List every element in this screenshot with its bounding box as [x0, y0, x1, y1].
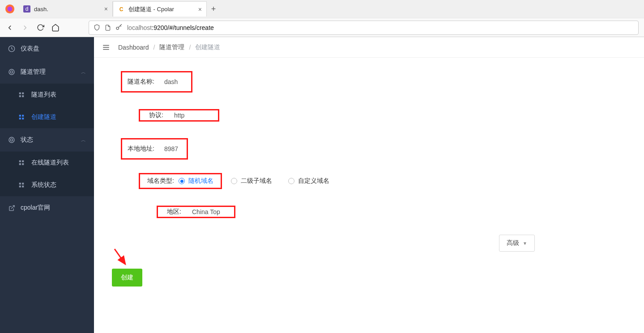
close-icon[interactable]: ×	[198, 6, 202, 13]
favicon-cpolar-icon: C	[118, 6, 125, 13]
svg-rect-21	[22, 183, 24, 185]
radio-random-domain[interactable]: 随机域名	[179, 177, 213, 185]
svg-rect-22	[19, 185, 21, 187]
external-icon	[8, 204, 15, 211]
tab-title: 创建隧道 - Cpolar	[128, 5, 174, 13]
svg-rect-20	[19, 183, 21, 185]
reload-button[interactable]	[36, 23, 45, 32]
radio-custom-domain[interactable]: 自定义域名	[288, 177, 329, 185]
svg-rect-6	[19, 93, 21, 94]
svg-rect-17	[22, 160, 24, 162]
local-addr-input[interactable]	[159, 140, 185, 157]
svg-rect-9	[22, 95, 24, 97]
radio-dot-icon	[288, 178, 294, 184]
url-text: localhost:9200/#/tunnels/create	[127, 24, 214, 31]
create-button[interactable]: 创建	[112, 269, 142, 287]
sidebar-label: cpolar官网	[21, 204, 50, 212]
highlight-name: 隧道名称:	[121, 71, 192, 93]
firefox-icon	[4, 3, 16, 15]
key-icon	[115, 24, 123, 31]
svg-rect-18	[19, 163, 21, 165]
svg-rect-16	[19, 160, 21, 162]
svg-point-2	[116, 27, 119, 29]
grid-icon	[18, 91, 25, 98]
tab-dash[interactable]: d dash. ×	[19, 1, 113, 17]
svg-line-29	[115, 249, 125, 264]
sidebar-label: 隧道列表	[31, 91, 56, 99]
breadcrumb: Dashboard / 隧道管理 / 创建隧道	[94, 37, 644, 58]
svg-rect-11	[22, 115, 24, 117]
sidebar-item-cpolar-site[interactable]: cpolar官网	[0, 196, 94, 219]
new-tab-button[interactable]: +	[207, 4, 220, 14]
svg-point-14	[9, 137, 14, 143]
sidebar-item-tunnel-list[interactable]: 隧道列表	[0, 84, 94, 106]
svg-point-4	[9, 69, 14, 75]
sidebar-label: 在线隧道列表	[31, 159, 69, 167]
protocol-label: 协议:	[141, 111, 168, 119]
highlight-domain-type: 域名类型: 随机域名	[139, 173, 222, 189]
local-addr-label: 本地地址:	[123, 145, 159, 153]
sidebar-label: 创建隧道	[31, 113, 56, 121]
sidebar: 仪表盘 隧道管理 ︿ 隧道列表 创建隧道 状态 ︿ 在线隧道列表 系统状态	[0, 37, 94, 333]
svg-rect-10	[19, 115, 21, 117]
radio-dot-icon	[231, 178, 237, 184]
target-icon	[8, 68, 15, 76]
arrow-icon	[112, 247, 130, 270]
domain-type-label: 域名类型:	[143, 177, 179, 185]
tab-cpolar[interactable]: C 创建隧道 - Cpolar ×	[113, 1, 207, 17]
svg-rect-8	[19, 95, 21, 97]
favicon-dash-icon: d	[23, 5, 30, 13]
grid-icon	[18, 181, 25, 189]
svg-rect-13	[22, 118, 24, 119]
back-button[interactable]	[5, 23, 14, 32]
radio-dot-icon	[179, 178, 185, 184]
shield-icon	[94, 24, 100, 31]
home-button[interactable]	[51, 23, 60, 32]
chevron-down-icon: ⌄	[265, 113, 269, 118]
sidebar-item-status[interactable]: 状态 ︿	[0, 128, 94, 152]
target-icon	[8, 136, 15, 143]
radio-subdomain[interactable]: 二级子域名	[231, 177, 272, 185]
breadcrumb-dashboard[interactable]: Dashboard	[118, 44, 149, 51]
radio-label: 二级子域名	[241, 177, 272, 185]
region-label: 地区:	[159, 208, 186, 216]
browser-chrome: d dash. × C 创建隧道 - Cpolar × + localhost:…	[0, 0, 644, 37]
hamburger-icon[interactable]	[102, 43, 110, 51]
svg-rect-7	[22, 93, 24, 94]
sidebar-item-online-tunnels[interactable]: 在线隧道列表	[0, 152, 94, 174]
sidebar-item-create-tunnel[interactable]: 创建隧道	[0, 106, 94, 128]
breadcrumb-sep: /	[154, 44, 155, 51]
sidebar-item-system-status[interactable]: 系统状态	[0, 174, 94, 196]
sidebar-item-tunnels[interactable]: 隧道管理 ︿	[0, 60, 94, 84]
grid-icon	[18, 159, 25, 166]
url-bar[interactable]: localhost:9200/#/tunnels/create	[89, 21, 639, 35]
radio-label: 自定义域名	[298, 177, 329, 185]
region-value-text: China Top	[186, 208, 220, 215]
sidebar-label: 系统状态	[31, 181, 56, 189]
forward-button[interactable]	[21, 23, 30, 32]
sidebar-item-dashboard[interactable]: 仪表盘	[0, 37, 94, 60]
close-icon[interactable]: ×	[104, 5, 108, 13]
svg-rect-12	[19, 118, 21, 119]
tab-bar: d dash. × C 创建隧道 - Cpolar × +	[0, 0, 644, 18]
breadcrumb-current: 创建隧道	[195, 43, 220, 51]
highlight-region: 地区: China Top	[157, 206, 235, 218]
sidebar-label: 仪表盘	[21, 45, 39, 53]
nav-bar: localhost:9200/#/tunnels/create	[0, 18, 644, 37]
highlight-protocol: 协议: http	[139, 109, 219, 122]
svg-point-15	[10, 139, 13, 141]
breadcrumb-tunnels[interactable]: 隧道管理	[159, 43, 184, 51]
tunnel-form: 隧道名称: 协议: http http ⌄ 本地地址:	[94, 58, 544, 300]
name-input[interactable]	[159, 73, 188, 90]
main-content: Dashboard / 隧道管理 / 创建隧道 隧道名称: 协议: http h…	[94, 37, 644, 333]
svg-rect-23	[22, 185, 24, 187]
chevron-down-icon: ⌄	[282, 209, 286, 215]
advanced-button[interactable]: 高级 ▼	[499, 235, 535, 252]
protocol-value-text: http	[168, 112, 184, 119]
highlight-local-addr: 本地地址:	[121, 138, 188, 160]
page-icon	[105, 25, 111, 31]
svg-point-5	[10, 71, 13, 73]
advanced-label: 高级	[507, 239, 519, 247]
svg-line-24	[11, 205, 14, 208]
chevron-up-icon: ︿	[81, 69, 86, 76]
